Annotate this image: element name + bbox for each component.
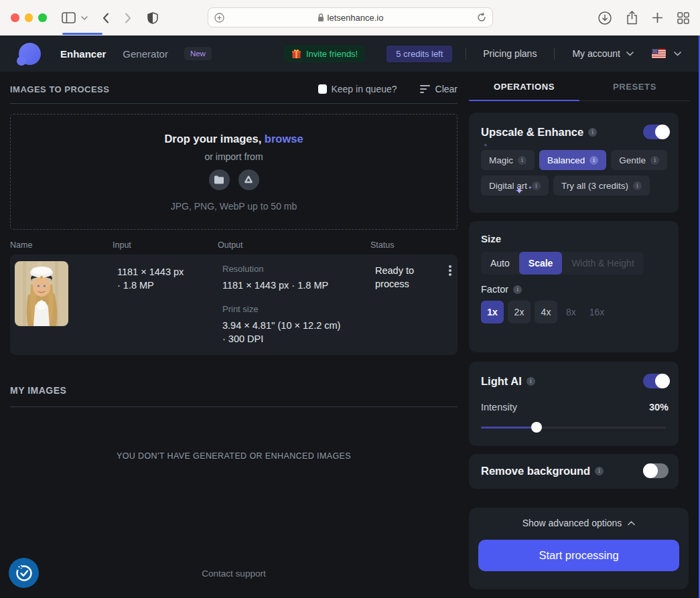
divider: [466, 48, 466, 60]
tab-presets[interactable]: PRESETS: [579, 72, 690, 100]
start-processing-button[interactable]: Start processing: [478, 540, 679, 571]
show-advanced-options-button[interactable]: Show advanced options: [478, 518, 679, 528]
factor-8x[interactable]: 8x: [561, 301, 581, 323]
column-header-input: Input: [113, 240, 218, 250]
factor-4x[interactable]: 4x: [535, 301, 557, 323]
light-ai-title: Light AI: [481, 375, 522, 388]
remove-background-toggle[interactable]: [643, 463, 669, 478]
images-to-process-title: IMAGES TO PROCESS: [10, 84, 109, 94]
credits-badge[interactable]: 5 credits left: [387, 46, 452, 62]
tab-overview-icon[interactable]: [677, 12, 689, 24]
downloads-icon[interactable]: [598, 11, 612, 25]
nav-tab-generator[interactable]: Generator: [123, 48, 168, 60]
mode-chip-try-all[interactable]: Try all (3 credits): [553, 175, 650, 196]
intensity-slider[interactable]: [481, 422, 669, 433]
letsenhance-logo[interactable]: [19, 43, 41, 65]
info-icon[interactable]: [518, 156, 527, 165]
my-account-menu[interactable]: My account: [572, 48, 620, 59]
size-mode-scale[interactable]: Scale: [519, 252, 563, 275]
status-cell: Ready to process: [375, 254, 438, 355]
slider-thumb[interactable]: [531, 422, 542, 433]
language-flag-us[interactable]: [652, 49, 666, 58]
keep-in-queue-checkbox[interactable]: [318, 84, 328, 94]
upscale-enhance-toggle[interactable]: [643, 125, 669, 139]
pricing-plans-link[interactable]: Pricing plans: [483, 48, 537, 59]
tab-operations[interactable]: OPERATIONS: [469, 72, 579, 100]
back-button[interactable]: [102, 13, 109, 23]
minimize-window-button[interactable]: [25, 13, 33, 22]
mode-chip-magic[interactable]: Magic: [481, 150, 535, 170]
info-icon[interactable]: [595, 467, 604, 475]
factor-options: 1x 2x 4x 8x 16x: [481, 301, 669, 323]
sparkle-icon: ✦: [483, 142, 488, 149]
image-dropzone[interactable]: Drop your images, browse or import from …: [10, 114, 458, 230]
factor-1x[interactable]: 1x: [481, 301, 504, 323]
url-text: letsenhance.io: [328, 13, 384, 23]
forward-button[interactable]: [125, 13, 131, 23]
size-mode-segmented-control: Auto Scale Width & Height: [481, 252, 644, 275]
info-icon[interactable]: [513, 285, 522, 294]
size-card: Size Auto Scale Width & Height Factor 1x…: [469, 221, 679, 352]
reload-icon[interactable]: [477, 13, 486, 22]
privacy-shield-icon[interactable]: [147, 12, 158, 24]
close-window-button[interactable]: [11, 13, 19, 22]
print-size-label: Print size: [222, 304, 375, 314]
chevron-down-icon[interactable]: [626, 52, 634, 56]
google-drive-icon: [243, 175, 254, 184]
import-google-drive-button[interactable]: [238, 169, 259, 190]
address-bar[interactable]: letsenhance.io: [208, 7, 493, 27]
support-chat-button[interactable]: [9, 558, 39, 588]
size-title: Size: [481, 233, 669, 244]
contact-support-link[interactable]: Contact support: [10, 569, 458, 579]
import-from-label: or import from: [204, 151, 263, 162]
table-header: Name Input Output Status: [10, 240, 458, 250]
invite-friends-button[interactable]: Invite friends!: [284, 46, 365, 62]
size-mode-auto[interactable]: Auto: [481, 252, 519, 275]
info-icon[interactable]: [527, 377, 535, 386]
factor-16x[interactable]: 16x: [585, 301, 610, 323]
chevron-down-icon[interactable]: [81, 16, 88, 20]
new-tab-icon[interactable]: [652, 13, 662, 23]
info-icon[interactable]: [633, 181, 642, 190]
nav-tab-enhancer[interactable]: Enhancer: [60, 48, 106, 60]
size-mode-width-height[interactable]: Width & Height: [562, 252, 643, 275]
actions-card: Show advanced options Start processing: [469, 508, 689, 589]
resolution-value: 1181 × 1443 px · 1.8 MP: [222, 279, 375, 292]
row-menu-button[interactable]: [438, 254, 462, 355]
images-panel: IMAGES TO PROCESS Keep in queue? Clear D…: [10, 72, 458, 598]
intensity-value: 30%: [649, 402, 669, 413]
zoom-window-button[interactable]: [38, 13, 47, 22]
column-header-name: Name: [10, 240, 113, 250]
factor-2x[interactable]: 2x: [508, 301, 531, 323]
column-header-output: Output: [218, 240, 370, 250]
mode-chip-digital-art[interactable]: Digital art: [481, 175, 549, 196]
info-icon[interactable]: [589, 156, 598, 165]
clear-label: Clear: [435, 84, 458, 94]
light-ai-toggle[interactable]: [643, 374, 669, 388]
resolution-label: Resolution: [222, 264, 375, 274]
keep-in-queue-label[interactable]: Keep in queue?: [331, 84, 397, 94]
main-content: IMAGES TO PROCESS Keep in queue? Clear D…: [0, 72, 700, 598]
upscale-enhance-card: Upscale & Enhance Magic Balanced Gentle …: [469, 113, 679, 213]
import-folder-button[interactable]: [209, 169, 230, 190]
empty-state-message: YOU DON'T HAVE GENERATED OR ENHANCED IMA…: [10, 451, 458, 461]
image-thumbnail[interactable]: [15, 261, 68, 326]
info-icon[interactable]: [588, 128, 597, 137]
intensity-label: Intensity: [481, 402, 517, 413]
chevron-down-icon[interactable]: [674, 52, 681, 56]
dropzone-title: Drop your images,: [164, 133, 261, 145]
page-settings-icon[interactable]: [214, 13, 224, 23]
mode-chip-balanced[interactable]: Balanced: [539, 150, 606, 170]
input-cell: 1181 × 1443 px · 1.8 MP: [117, 254, 222, 355]
share-icon[interactable]: [626, 11, 638, 25]
print-size-value: 3.94 × 4.81'' (10 × 12.2 cm) · 300 DPI: [222, 319, 375, 346]
output-cell: Resolution 1181 × 1443 px · 1.8 MP Print…: [222, 254, 375, 355]
sidebar-icon[interactable]: [62, 12, 76, 23]
info-icon[interactable]: [532, 181, 541, 190]
browse-link[interactable]: browse: [265, 133, 303, 145]
new-badge: New: [184, 47, 212, 60]
clear-button[interactable]: Clear: [420, 84, 458, 94]
divider: [554, 48, 555, 60]
mode-chip-gentle[interactable]: Gentle: [611, 150, 667, 170]
info-icon[interactable]: [650, 156, 659, 165]
